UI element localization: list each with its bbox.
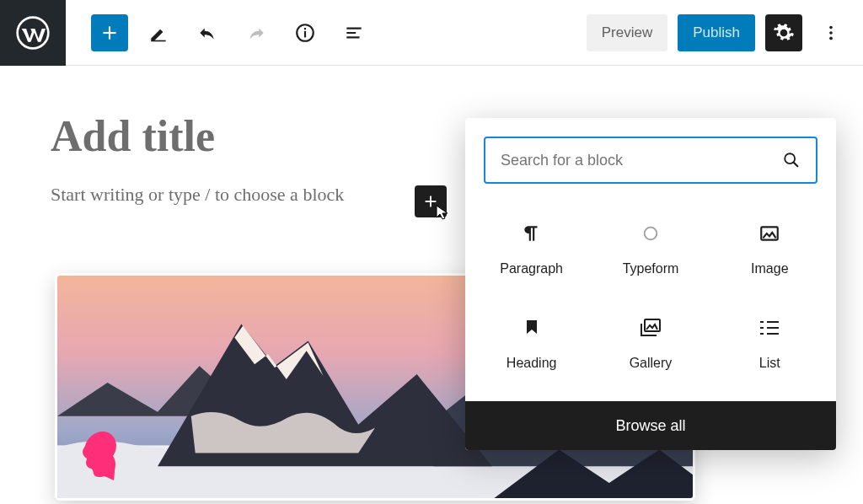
list-icon (757, 315, 782, 340)
search-icon (782, 151, 801, 169)
block-item-typeform[interactable]: Typeform (591, 221, 710, 276)
profile-head-icon (80, 430, 121, 482)
toolbar-right-group: Preview Publish (587, 14, 850, 51)
svg-point-5 (829, 31, 833, 35)
inline-add-block-button[interactable] (415, 185, 447, 217)
block-item-image[interactable]: Image (710, 221, 829, 276)
toolbar-left-group (91, 14, 373, 51)
block-item-label: List (759, 356, 780, 371)
svg-point-6 (829, 36, 833, 40)
block-item-gallery[interactable]: Gallery (591, 315, 710, 371)
block-item-label: Heading (507, 356, 557, 371)
undo-icon (196, 22, 218, 44)
kebab-icon (822, 24, 840, 42)
preview-button[interactable]: Preview (587, 14, 667, 51)
wordpress-logo[interactable] (0, 0, 66, 66)
info-icon (294, 22, 316, 44)
block-item-paragraph[interactable]: Paragraph (472, 221, 591, 276)
browse-all-button[interactable]: Browse all (465, 401, 836, 450)
document-info-button[interactable] (287, 14, 324, 51)
plus-icon (99, 22, 121, 44)
svg-rect-2 (304, 30, 306, 37)
add-block-button[interactable] (91, 14, 128, 51)
redo-icon (245, 22, 267, 44)
block-item-label: Image (751, 261, 788, 276)
publish-button[interactable]: Publish (678, 14, 755, 51)
wordpress-icon (16, 16, 50, 50)
editor-toolbar: Preview Publish (0, 0, 863, 66)
outline-icon (343, 22, 365, 44)
gear-icon (773, 22, 795, 44)
redo-button[interactable] (238, 14, 275, 51)
outline-button[interactable] (335, 14, 373, 51)
svg-point-10 (645, 228, 657, 240)
gallery-icon (638, 315, 663, 340)
block-item-label: Typeform (623, 261, 679, 276)
svg-point-4 (829, 25, 833, 29)
block-inserter-popover: Paragraph Typeform Image Heading Gallery (465, 118, 836, 450)
block-item-heading[interactable]: Heading (472, 315, 591, 371)
image-icon (757, 221, 782, 246)
pencil-icon (147, 22, 169, 44)
block-search-box[interactable] (484, 137, 817, 184)
paragraph-icon (519, 221, 544, 246)
block-search-input[interactable] (501, 152, 772, 169)
settings-button[interactable] (765, 14, 802, 51)
undo-button[interactable] (189, 14, 226, 51)
more-options-button[interactable] (812, 14, 850, 51)
block-grid: Paragraph Typeform Image Heading Gallery (465, 202, 836, 401)
typeform-icon (638, 221, 663, 246)
block-item-list[interactable]: List (710, 315, 829, 371)
svg-rect-3 (304, 28, 306, 29)
edit-mode-button[interactable] (140, 14, 177, 51)
heading-icon (519, 315, 544, 340)
block-item-label: Gallery (630, 356, 673, 371)
block-item-label: Paragraph (500, 261, 563, 276)
block-search-wrap (465, 118, 836, 202)
plus-icon (421, 192, 440, 211)
